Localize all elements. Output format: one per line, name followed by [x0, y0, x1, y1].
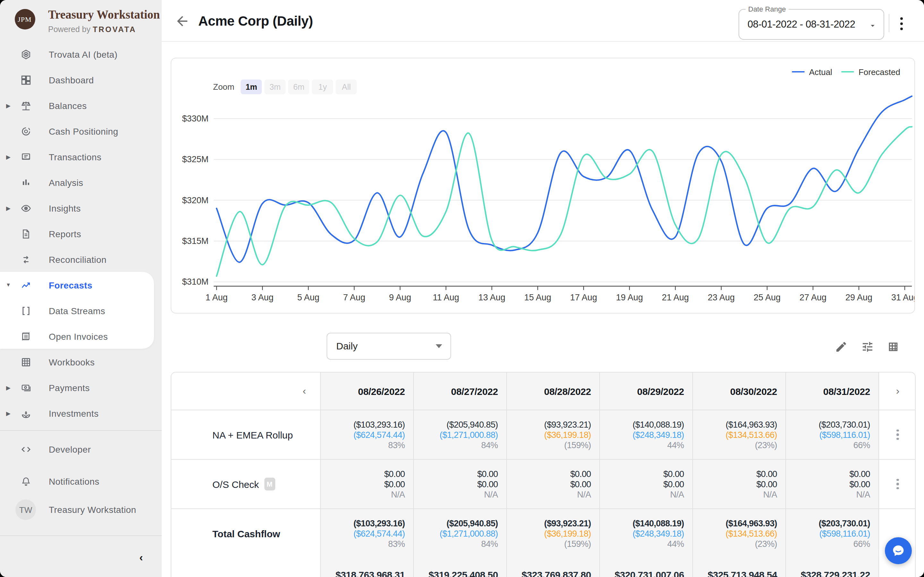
- avatar: TW: [15, 500, 36, 520]
- totals-cell: $318,763,968.31: [321, 558, 414, 577]
- sidebar-item-reports[interactable]: Reports: [0, 221, 162, 247]
- more-options-button[interactable]: [894, 16, 909, 31]
- table-column-header: 08/30/2022: [693, 372, 786, 410]
- table-row: NA + EMEA Rollup($103,293.16)($624,574.4…: [171, 410, 915, 460]
- svg-text:7 Aug: 7 Aug: [343, 293, 365, 302]
- tune-icon[interactable]: [861, 340, 874, 353]
- table-column-header: 08/31/2022: [786, 372, 879, 410]
- series-forecasted: [216, 127, 912, 276]
- table-cell: $0.00$0.00N/A: [321, 460, 414, 508]
- row-kebab-cell: [879, 410, 916, 459]
- table-cell: $0.00$0.00N/A: [507, 460, 600, 508]
- totals-cell: $319,225,408.50: [414, 558, 507, 577]
- sidebar-item-forecasts[interactable]: ▼Forecasts: [0, 272, 162, 298]
- svg-text:$315M: $315M: [182, 236, 208, 246]
- sidebar-user-label: Treasury Workstation: [49, 504, 136, 515]
- sidebar-item-transactions[interactable]: ▶Transactions: [0, 144, 162, 169]
- table-header-spacer: ‹: [171, 372, 321, 410]
- period-select[interactable]: Daily: [326, 332, 451, 359]
- sidebar-item-open-invoices[interactable]: Open Invoices: [0, 324, 162, 349]
- select-caret-icon: [436, 344, 442, 348]
- app-powered-by: Powered by TROVATA: [48, 25, 136, 34]
- table-cell: ($203,730.01)($598,116.01)66%: [786, 410, 879, 459]
- row-kebab-cell: [879, 460, 916, 508]
- row-label: Total Cashflow: [171, 509, 321, 558]
- table-prev-columns-button[interactable]: ‹: [302, 385, 306, 397]
- sidebar-bottom-divider: [0, 535, 162, 536]
- table-cell: ($140,088.19)($248,349.18)44%: [600, 410, 693, 459]
- period-value: Daily: [336, 340, 358, 351]
- sidebar-item-label: Trovata AI (beta): [49, 49, 118, 59]
- table-column-header: 08/26/2022: [321, 372, 414, 410]
- forecast-chart-card: Zoom 1m3m6m1yAll ActualForecasted $330M$…: [171, 58, 915, 314]
- date-range-value: 08-01-2022 - 08-31-2022: [748, 19, 855, 30]
- chevron-down-icon: [868, 21, 876, 29]
- svg-text:23 Aug: 23 Aug: [708, 293, 735, 302]
- analysis-icon: [21, 177, 31, 188]
- sidebar-item-data-streams[interactable]: Data Streams: [0, 298, 162, 324]
- expand-arrow-icon[interactable]: ▶: [5, 153, 11, 160]
- sidebar-item-developer[interactable]: Developer: [0, 437, 162, 462]
- table-column-header: 08/27/2022: [414, 372, 507, 410]
- table-cell: ($205,940.85)($1,271,000.88)84%: [414, 410, 507, 459]
- sidebar-item-label: Analysis: [49, 177, 83, 187]
- table-cell: $0.00$0.00N/A: [414, 460, 507, 508]
- sidebar-item-label: Dashboard: [49, 75, 94, 85]
- sidebar-item-dashboard[interactable]: Dashboard: [0, 67, 162, 93]
- row-label: O/S CheckM: [171, 460, 321, 508]
- app-window: JPM Treasury Workstation Powered by TROV…: [0, 0, 924, 577]
- sidebar-user[interactable]: TW Treasury Workstation: [0, 497, 162, 522]
- expand-arrow-icon[interactable]: ▶: [5, 102, 11, 109]
- sidebar: JPM Treasury Workstation Powered by TROV…: [0, 0, 162, 577]
- sidebar-item-label: Data Streams: [49, 306, 105, 316]
- chat-widget-button[interactable]: [885, 537, 912, 564]
- sidebar-item-trovata-ai[interactable]: Trovata AI (beta): [0, 41, 162, 67]
- row-options-button[interactable]: [897, 429, 899, 440]
- investments-icon: [21, 408, 31, 419]
- sidebar-item-investments[interactable]: ▶Investments: [0, 400, 162, 426]
- sidebar-item-analysis[interactable]: Analysis: [0, 169, 162, 195]
- table-cell: ($103,293.16)($624,574.44)83%: [321, 509, 414, 558]
- row-options-button[interactable]: [897, 479, 899, 490]
- sidebar-collapse-button[interactable]: ‹: [134, 550, 149, 566]
- sidebar-item-cash-positioning[interactable]: Cash Positioning: [0, 118, 162, 144]
- collapse-arrow-icon[interactable]: ▼: [5, 282, 11, 288]
- back-button[interactable]: [174, 13, 190, 29]
- sidebar-item-label: Cash Positioning: [49, 126, 118, 136]
- sidebar-item-label: Transactions: [49, 152, 102, 162]
- notifications-icon: [21, 476, 31, 487]
- svg-text:3 Aug: 3 Aug: [251, 293, 273, 302]
- svg-text:21 Aug: 21 Aug: [662, 293, 689, 302]
- expand-arrow-icon[interactable]: ▶: [5, 410, 11, 416]
- edit-icon[interactable]: [835, 340, 848, 353]
- dashboard-icon: [21, 74, 31, 85]
- svg-text:$320M: $320M: [182, 195, 208, 205]
- sidebar-item-label: Balances: [49, 100, 87, 111]
- svg-text:25 Aug: 25 Aug: [754, 293, 780, 302]
- sidebar-item-label: Reconciliation: [49, 254, 107, 264]
- page-title: Acme Corp (Daily): [198, 13, 313, 29]
- sidebar-item-payments[interactable]: ▶Payments: [0, 375, 162, 400]
- svg-text:$310M: $310M: [182, 277, 208, 287]
- grid-icon[interactable]: [887, 340, 900, 353]
- totals-cell: $320,731,007.06: [600, 558, 693, 577]
- sidebar-item-reconciliation[interactable]: Reconciliation: [0, 247, 162, 272]
- sidebar-item-insights[interactable]: ▶Insights: [0, 195, 162, 221]
- trovata-ai-icon: [21, 49, 31, 60]
- app-title: Treasury Workstation: [48, 8, 160, 22]
- expand-arrow-icon[interactable]: ▶: [5, 384, 11, 391]
- svg-text:$330M: $330M: [182, 114, 208, 123]
- sidebar-item-balances[interactable]: ▶Balances: [0, 93, 162, 118]
- table-row: O/S CheckM$0.00$0.00N/A$0.00$0.00N/A$0.0…: [171, 460, 915, 509]
- expand-arrow-icon[interactable]: ▶: [5, 205, 11, 211]
- table-cell: ($164,963.93)($134,513.66)(23%): [693, 509, 786, 558]
- date-range-select[interactable]: Date Range 08-01-2022 - 08-31-2022: [738, 9, 884, 40]
- date-range-label: Date Range: [746, 5, 788, 13]
- sidebar-item-notifications[interactable]: Notifications: [0, 469, 162, 494]
- table-next-columns-button[interactable]: ›: [896, 385, 900, 397]
- table-cell: ($205,940.85)($1,271,000.88)84%: [414, 509, 507, 558]
- table-cell: ($103,293.16)($624,574.44)83%: [321, 410, 414, 459]
- sidebar-item-label: Forecasts: [49, 280, 92, 290]
- sidebar-item-workbooks[interactable]: Workbooks: [0, 349, 162, 375]
- main-content: Acme Corp (Daily) Date Range 08-01-2022 …: [162, 0, 924, 577]
